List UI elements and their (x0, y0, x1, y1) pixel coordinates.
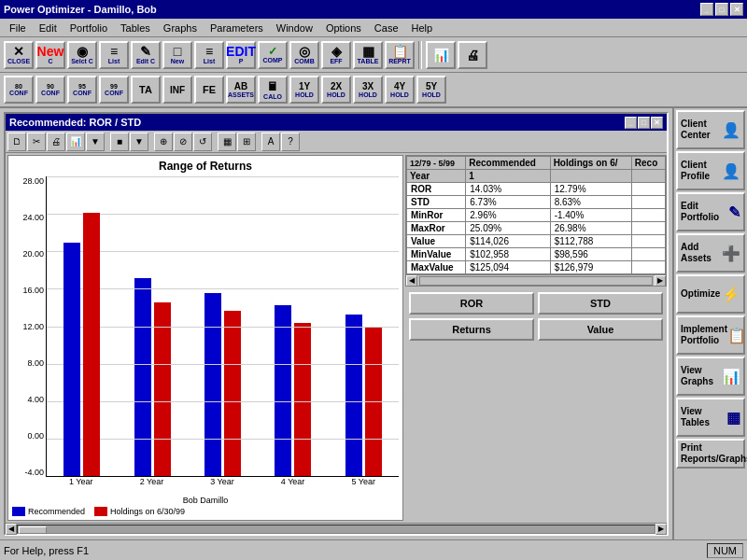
menu-window[interactable]: Window (271, 21, 318, 35)
inner-tb-chart[interactable]: 📊 (66, 133, 85, 151)
col-holdings: Holdings on 6/ (550, 157, 631, 170)
col-reco: Reco (631, 157, 665, 170)
fe-btn[interactable]: FE (194, 76, 224, 104)
menu-help[interactable]: Help (406, 21, 439, 35)
x-label-2: 2 Year (117, 477, 188, 494)
value-button[interactable]: Value (538, 318, 663, 341)
bar-group-1year (47, 176, 117, 476)
client-center-btn[interactable]: ClientCenter 👤 (676, 110, 745, 149)
ta-btn[interactable]: TA (131, 76, 161, 104)
inner-tb-text[interactable]: A (261, 133, 280, 151)
new-c-btn[interactable]: New C (35, 41, 65, 69)
ab-assets-btn[interactable]: AB ASSETS (226, 76, 256, 104)
inner-tb-cut[interactable]: ✂ (27, 133, 46, 151)
close-btn-tb[interactable]: ✕ CLOSE (4, 41, 34, 69)
menu-portfolio[interactable]: Portfolio (64, 21, 113, 35)
table-tb-btn[interactable]: ▦ TABLE (353, 41, 383, 69)
select-c-btn[interactable]: ◉ Selct C (67, 41, 97, 69)
optimize-btn[interactable]: Optimize ⚡ (676, 274, 745, 314)
edit-portfolio-btn[interactable]: EditPortfolio ✎ (676, 192, 745, 231)
legend-holdings: Holdings on 6/30/99 (94, 507, 185, 516)
inner-tb-style2[interactable]: ▼ (130, 133, 148, 151)
num-mode: NUM (707, 543, 743, 558)
maximize-btn[interactable]: □ (715, 3, 728, 16)
inner-tb-style[interactable]: ■ (110, 133, 129, 151)
implement-portfolio-btn[interactable]: ImplementPortfolio 📋 (676, 315, 745, 355)
conf95-btn[interactable]: 95 CONF (67, 76, 97, 104)
legend-recommended: Recommended (12, 507, 85, 516)
menu-edit[interactable]: Edit (34, 21, 63, 35)
hold1-btn[interactable]: 1Y HOLD (289, 76, 319, 104)
inner-tb-copy[interactable]: ⊕ (154, 133, 173, 151)
h-scroll-track[interactable] (17, 525, 655, 534)
row-holdings: -1.40% (550, 209, 631, 222)
add-assets-icon: ➕ (722, 245, 740, 262)
inf-btn[interactable]: INF (162, 76, 192, 104)
menu-case[interactable]: Case (369, 21, 404, 35)
inner-tb-paste[interactable]: ⊘ (174, 133, 192, 151)
ror-button[interactable]: ROR (409, 292, 534, 315)
list2-btn[interactable]: ≡ List (194, 41, 224, 69)
scroll-left-btn[interactable]: ◀ (406, 275, 417, 287)
print-reports-btn[interactable]: PrintReports/Graphs 🖨 (676, 439, 745, 469)
view-graphs-btn[interactable]: ViewGraphs 📊 (676, 357, 745, 396)
table-scrollbar[interactable]: ◀ ▶ (406, 274, 666, 286)
conf90-btn[interactable]: 90 CONF (35, 76, 65, 104)
scroll-right-btn[interactable]: ▶ (655, 275, 666, 287)
inner-maximize-btn[interactable]: □ (638, 117, 650, 129)
inner-content: Range of Returns 28.00 24.00 20.00 16.00… (6, 153, 667, 523)
scroll-track[interactable] (419, 276, 653, 286)
extra2-btn[interactable]: 🖨 (458, 41, 487, 69)
h-scrollbar[interactable]: ◀ ▶ (6, 523, 667, 534)
hold2-btn[interactable]: 2X HOLD (321, 76, 351, 104)
table-row: STD 6.73% 8.63% (407, 196, 666, 209)
menu-parameters[interactable]: Parameters (204, 21, 269, 35)
inner-close-btn[interactable]: ✕ (651, 117, 663, 129)
list-btn[interactable]: ≡ List (99, 41, 129, 69)
inner-tb-grid[interactable]: ▦ (218, 133, 236, 151)
minimize-btn[interactable]: _ (700, 3, 713, 16)
report-btn[interactable]: 📋 REPRT (385, 41, 415, 69)
inner-tb-down[interactable]: ▼ (86, 133, 105, 151)
close-btn[interactable]: ✕ (730, 3, 743, 16)
menu-options[interactable]: Options (320, 21, 367, 35)
table-row: MinValue $102,958 $98,596 (407, 248, 666, 261)
menu-graphs[interactable]: Graphs (158, 21, 203, 35)
row-label: MaxRor (407, 222, 466, 235)
hold4-btn[interactable]: 4Y HOLD (385, 76, 415, 104)
view-tables-btn[interactable]: ViewTables ▦ (676, 398, 745, 437)
edit-p-btn[interactable]: EDIT P (226, 41, 256, 69)
std-button[interactable]: STD (538, 292, 663, 315)
new-p-btn[interactable]: □ New (162, 41, 192, 69)
menu-tables[interactable]: Tables (115, 21, 156, 35)
returns-button[interactable]: Returns (409, 318, 534, 341)
conf80-btn[interactable]: 80 CONF (4, 76, 34, 104)
bar-red-1 (83, 213, 100, 476)
menu-file[interactable]: File (4, 21, 32, 35)
hold3-btn[interactable]: 3X HOLD (353, 76, 383, 104)
row-extra (631, 222, 665, 235)
inner-tb-help[interactable]: ? (281, 133, 300, 151)
eff-btn[interactable]: ◈ EFF (321, 41, 351, 69)
h-scroll-thumb[interactable] (19, 526, 47, 534)
inner-tb-print[interactable]: 🖨 (47, 133, 65, 151)
hold5-btn[interactable]: 5Y HOLD (416, 76, 446, 104)
client-profile-btn[interactable]: ClientProfile 👤 (676, 151, 745, 190)
add-assets-btn[interactable]: AddAssets ➕ (676, 233, 745, 273)
optimize-icon: ⚡ (722, 286, 740, 303)
h-scroll-right-btn[interactable]: ▶ (655, 524, 667, 535)
extra-btn[interactable]: 📊 (426, 41, 456, 69)
inner-tb-refresh[interactable]: ↺ (193, 133, 212, 151)
row-recommended: 25.09% (466, 222, 550, 235)
col-year-label: Year (407, 170, 466, 183)
edit-c-btn[interactable]: ✎ Edit C (131, 41, 161, 69)
comb-btn[interactable]: ◎ COMB (289, 41, 319, 69)
comp-btn[interactable]: ✓ COMP (258, 41, 288, 69)
calo-btn[interactable]: 🖩 CALO (258, 76, 288, 104)
inner-tb-zoom[interactable]: ⊞ (237, 133, 256, 151)
inner-minimize-btn[interactable]: _ (625, 117, 637, 129)
row-holdings: $112,788 (550, 235, 631, 248)
inner-tb-new[interactable]: 🗋 (7, 133, 26, 151)
conf99-btn[interactable]: 99 CONF (99, 76, 129, 104)
h-scroll-left-btn[interactable]: ◀ (6, 524, 17, 535)
